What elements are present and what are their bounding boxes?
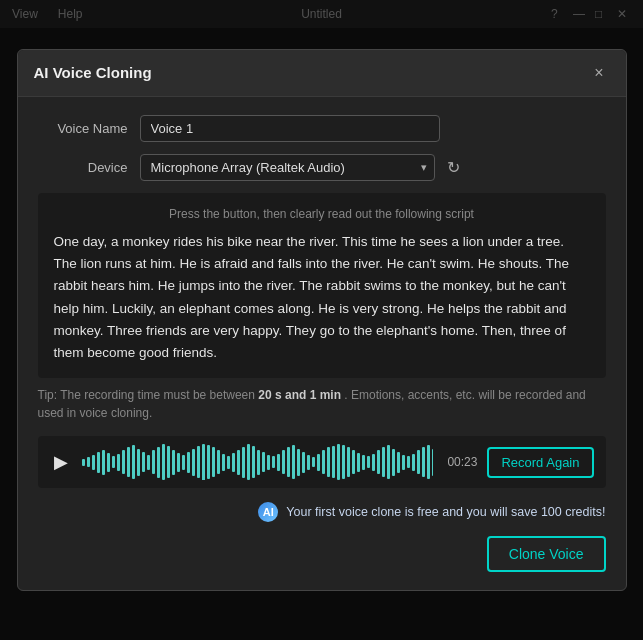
waveform-bar bbox=[352, 450, 355, 474]
waveform-bar bbox=[317, 454, 320, 471]
waveform-bar bbox=[427, 445, 430, 479]
play-button[interactable]: ▶ bbox=[50, 449, 72, 475]
waveform-bar bbox=[362, 455, 365, 470]
waveform-bar bbox=[382, 447, 385, 477]
waveform-bar bbox=[222, 454, 225, 471]
waveform-bar bbox=[332, 446, 335, 478]
script-hint: Press the button, then clearly read out … bbox=[54, 207, 590, 221]
tip-prefix: Tip: The recording time must be between bbox=[38, 388, 259, 402]
ai-voice-cloning-modal: AI Voice Cloning × Voice Name Device Mic… bbox=[17, 49, 627, 592]
waveform-bar bbox=[337, 444, 340, 480]
waveform-bar bbox=[187, 452, 190, 473]
waveform-bar bbox=[287, 447, 290, 477]
waveform-bar bbox=[197, 446, 200, 478]
waveform-bar bbox=[112, 456, 115, 468]
waveform-bar bbox=[237, 450, 240, 476]
waveform-bar bbox=[162, 444, 165, 480]
voice-name-row: Voice Name bbox=[38, 115, 606, 142]
waveform-bar bbox=[417, 450, 420, 474]
tip-bold: 20 s and 1 min bbox=[258, 388, 341, 402]
waveform-bar bbox=[147, 455, 150, 470]
audio-time: 00:23 bbox=[447, 455, 477, 469]
waveform-bar bbox=[322, 450, 325, 474]
waveform-bar bbox=[92, 455, 95, 470]
waveform-bar bbox=[377, 450, 380, 474]
device-row: Device Microphone Array (Realtek Audio) … bbox=[38, 154, 606, 181]
device-label: Device bbox=[38, 160, 128, 175]
waveform-bar bbox=[297, 449, 300, 476]
modal-close-button[interactable]: × bbox=[588, 62, 609, 84]
waveform-bar bbox=[82, 459, 85, 466]
waveform-bar bbox=[142, 452, 145, 472]
modal-overlay: AI Voice Cloning × Voice Name Device Mic… bbox=[0, 0, 643, 640]
waveform-bar bbox=[412, 454, 415, 471]
waveform-bar bbox=[127, 447, 130, 477]
waveform-bar bbox=[367, 456, 370, 468]
info-banner-text: Your first voice clone is free and you w… bbox=[286, 505, 605, 519]
voice-name-label: Voice Name bbox=[38, 121, 128, 136]
refresh-button[interactable]: ↻ bbox=[443, 154, 464, 181]
waveform-bar bbox=[247, 444, 250, 480]
waveform-bar bbox=[257, 450, 260, 476]
voice-name-input[interactable] bbox=[140, 115, 440, 142]
waveform-bar bbox=[272, 456, 275, 468]
waveform-bar bbox=[157, 447, 160, 478]
device-controls: Microphone Array (Realtek Audio) ▾ ↻ bbox=[140, 154, 464, 181]
info-banner: AI Your first voice clone is free and yo… bbox=[38, 502, 606, 522]
waveform-bar bbox=[177, 453, 180, 472]
waveform-bar bbox=[392, 449, 395, 476]
waveform-bar bbox=[357, 453, 360, 472]
waveform-bar bbox=[172, 450, 175, 476]
waveform-bar bbox=[97, 452, 100, 473]
waveform-bar bbox=[432, 449, 434, 476]
waveform-bar bbox=[192, 449, 195, 476]
clone-voice-button[interactable]: Clone Voice bbox=[487, 536, 606, 572]
modal-header: AI Voice Cloning × bbox=[18, 50, 626, 97]
waveform-bar bbox=[132, 445, 135, 479]
waveform-bar bbox=[302, 452, 305, 473]
waveform-bar bbox=[182, 455, 185, 470]
modal-title: AI Voice Cloning bbox=[34, 64, 152, 81]
waveform-bar bbox=[387, 445, 390, 479]
waveform-bar bbox=[372, 454, 375, 471]
waveform-bar bbox=[202, 444, 205, 480]
waveform-bar bbox=[107, 453, 110, 472]
waveform-bar bbox=[267, 455, 270, 470]
waveform-bar bbox=[327, 447, 330, 477]
waveform-bar bbox=[212, 447, 215, 477]
waveform-bar bbox=[137, 449, 140, 476]
script-section: Press the button, then clearly read out … bbox=[38, 193, 606, 379]
device-select[interactable]: Microphone Array (Realtek Audio) bbox=[140, 154, 435, 181]
waveform-bar bbox=[292, 445, 295, 479]
tip-text: Tip: The recording time must be between … bbox=[38, 386, 606, 422]
modal-body: Voice Name Device Microphone Array (Real… bbox=[18, 97, 626, 591]
waveform-bar bbox=[262, 452, 265, 472]
waveform bbox=[82, 444, 434, 480]
waveform-bar bbox=[402, 455, 405, 470]
waveform-bar bbox=[282, 450, 285, 474]
waveform-bar bbox=[307, 455, 310, 470]
record-again-button[interactable]: Record Again bbox=[487, 447, 593, 478]
waveform-bar bbox=[242, 447, 245, 478]
waveform-bar bbox=[252, 446, 255, 478]
waveform-bar bbox=[152, 450, 155, 474]
waveform-bar bbox=[87, 457, 90, 467]
waveform-bar bbox=[227, 456, 230, 469]
waveform-bar bbox=[397, 452, 400, 473]
waveform-bar bbox=[102, 450, 105, 476]
waveform-bar bbox=[217, 450, 220, 474]
script-text: One day, a monkey rides his bike near th… bbox=[54, 231, 590, 365]
device-select-wrapper: Microphone Array (Realtek Audio) ▾ bbox=[140, 154, 435, 181]
waveform-bar bbox=[277, 454, 280, 471]
ai-icon: AI bbox=[258, 502, 278, 522]
waveform-bar bbox=[422, 447, 425, 477]
waveform-bar bbox=[167, 446, 170, 478]
waveform-bar bbox=[407, 456, 410, 468]
waveform-bar bbox=[347, 447, 350, 477]
waveform-bar bbox=[342, 445, 345, 479]
waveform-bar bbox=[312, 457, 315, 467]
bottom-row: Clone Voice bbox=[38, 532, 606, 574]
waveform-bar bbox=[207, 445, 210, 479]
waveform-bar bbox=[122, 450, 125, 474]
audio-row: ▶ 00:23 Record Again bbox=[38, 436, 606, 488]
